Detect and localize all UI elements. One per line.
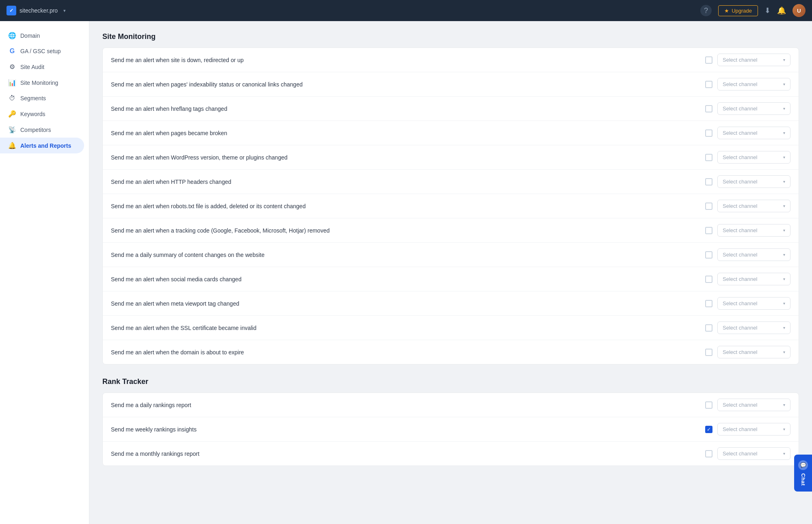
download-icon[interactable]: ⬇ (764, 6, 771, 15)
alert-checkbox-sm12[interactable] (705, 324, 712, 332)
select-channel-text-sm3: Select channel (723, 106, 757, 112)
alert-label-sm6: Send me an alert when HTTP headers chang… (111, 179, 700, 185)
sidebar-item-segments[interactable]: ⏱ Segments (0, 91, 89, 106)
alert-row: Send me an alert when the SSL certificat… (103, 316, 799, 340)
select-channel-sm7[interactable]: Select channel▾ (717, 200, 790, 212)
select-channel-rt1[interactable]: Select channel▾ (717, 399, 790, 411)
alert-label-sm12: Send me an alert when the SSL certificat… (111, 325, 700, 331)
select-channel-sm1[interactable]: Select channel▾ (717, 54, 790, 66)
select-channel-sm11[interactable]: Select channel▾ (717, 297, 790, 310)
select-channel-text-sm5: Select channel (723, 154, 757, 160)
alert-checkbox-sm13[interactable] (705, 349, 712, 356)
select-channel-sm6[interactable]: Select channel▾ (717, 175, 790, 188)
sidebar-item-competitors[interactable]: 📡 Competitors (0, 122, 89, 138)
sidebar-label-site-monitoring: Site Monitoring (20, 80, 58, 86)
alert-checkbox-sm10[interactable] (705, 276, 712, 283)
alerts-reports-icon: 🔔 (8, 142, 16, 149)
topnav: ✓ sitechecker.pro ▾ ? ★ Upgrade ⬇ 🔔 U (0, 0, 812, 21)
alert-checkbox-sm4[interactable] (705, 129, 712, 137)
alert-checkbox-sm2[interactable] (705, 81, 712, 88)
upgrade-label: Upgrade (732, 8, 752, 14)
select-channel-sm9[interactable]: Select channel▾ (717, 248, 790, 261)
upgrade-button[interactable]: ★ Upgrade (718, 5, 758, 16)
alert-checkbox-sm9[interactable] (705, 251, 712, 259)
select-channel-chevron-sm9: ▾ (783, 252, 785, 257)
alert-row: Send me an alert when social media cards… (103, 267, 799, 291)
sidebar-item-alerts-reports[interactable]: 🔔 Alerts and Reports (0, 138, 84, 153)
select-channel-chevron-sm4: ▾ (783, 131, 785, 135)
alert-checkbox-sm1[interactable] (705, 56, 712, 64)
topnav-right: ? ★ Upgrade ⬇ 🔔 U (700, 4, 806, 17)
sidebar-item-ga-gsc[interactable]: G GA / GSC setup (0, 43, 89, 59)
sidebar-item-domain[interactable]: 🌐 Domain (0, 28, 89, 43)
chat-icon: 💬 (798, 460, 808, 470)
select-channel-sm10[interactable]: Select channel▾ (717, 273, 790, 285)
avatar[interactable]: U (793, 4, 806, 17)
select-channel-sm3[interactable]: Select channel▾ (717, 102, 790, 115)
alert-row: Send me an alert when pages' indexabilit… (103, 72, 799, 97)
alert-row: Send me a monthly rankings reportSelect … (103, 442, 799, 466)
alert-checkbox-sm3[interactable] (705, 105, 712, 112)
sidebar-label-site-audit: Site Audit (20, 64, 44, 70)
select-channel-text-sm12: Select channel (723, 325, 757, 331)
select-channel-sm4[interactable]: Select channel▾ (717, 127, 790, 139)
select-channel-sm5[interactable]: Select channel▾ (717, 151, 790, 164)
chat-button[interactable]: 💬 Chat (794, 455, 812, 492)
site-monitoring-section: Site Monitoring Send me an alert when si… (102, 32, 799, 364)
alert-label-sm10: Send me an alert when social media cards… (111, 276, 700, 282)
alert-checkbox-sm6[interactable] (705, 178, 712, 185)
sidebar-label-domain: Domain (20, 32, 40, 39)
sidebar-item-site-audit[interactable]: ⚙ Site Audit (0, 59, 89, 75)
keywords-icon: 🔑 (8, 110, 16, 118)
select-channel-sm8[interactable]: Select channel▾ (717, 224, 790, 237)
sidebar-item-keywords[interactable]: 🔑 Keywords (0, 106, 89, 122)
select-channel-chevron-sm8: ▾ (783, 228, 785, 233)
select-channel-rt3[interactable]: Select channel▾ (717, 447, 790, 460)
sidebar-item-site-monitoring[interactable]: 📊 Site Monitoring (0, 75, 89, 91)
alert-label-sm4: Send me an alert when pages became broke… (111, 130, 700, 136)
select-channel-sm12[interactable]: Select channel▾ (717, 321, 790, 334)
alert-checkbox-rt2[interactable] (705, 426, 712, 433)
alert-row: Send me a daily summary of content chang… (103, 243, 799, 267)
layout: 🌐 Domain G GA / GSC setup ⚙ Site Audit 📊… (0, 21, 812, 524)
sidebar-label-alerts-reports: Alerts and Reports (20, 142, 71, 149)
select-channel-rt2[interactable]: Select channel▾ (717, 423, 790, 436)
alert-label-sm5: Send me an alert when WordPress version,… (111, 154, 700, 161)
select-channel-text-sm9: Select channel (723, 252, 757, 258)
help-icon[interactable]: ? (700, 5, 712, 16)
select-channel-chevron-sm5: ▾ (783, 155, 785, 160)
alert-checkbox-rt1[interactable] (705, 401, 712, 409)
alert-checkbox-sm5[interactable] (705, 154, 712, 161)
alert-checkbox-rt3[interactable] (705, 450, 712, 457)
sidebar-label-competitors: Competitors (20, 127, 51, 133)
alert-row: Send me an alert when site is down, redi… (103, 48, 799, 72)
upgrade-star-icon: ★ (724, 8, 729, 14)
bell-icon[interactable]: 🔔 (777, 6, 786, 15)
alert-row: Send me weekly rankings insightsSelect c… (103, 417, 799, 442)
sidebar: 🌐 Domain G GA / GSC setup ⚙ Site Audit 📊… (0, 21, 89, 524)
select-channel-text-sm1: Select channel (723, 57, 757, 63)
alert-row: Send me an alert when meta viewport tag … (103, 291, 799, 316)
alert-checkbox-sm8[interactable] (705, 227, 712, 234)
alert-label-sm2: Send me an alert when pages' indexabilit… (111, 81, 700, 88)
alert-label-sm13: Send me an alert when the domain is abou… (111, 349, 700, 356)
select-channel-chevron-rt1: ▾ (783, 403, 785, 407)
alert-checkbox-sm7[interactable] (705, 203, 712, 210)
alert-label-sm9: Send me a daily summary of content chang… (111, 252, 700, 258)
main-content: Site Monitoring Send me an alert when si… (89, 21, 812, 524)
select-channel-chevron-sm11: ▾ (783, 301, 785, 306)
topnav-chevron-icon[interactable]: ▾ (63, 8, 66, 13)
select-channel-text-sm13: Select channel (723, 349, 757, 355)
alert-row: Send me a daily rankings reportSelect ch… (103, 393, 799, 417)
select-channel-chevron-sm10: ▾ (783, 277, 785, 281)
select-channel-text-sm10: Select channel (723, 276, 757, 282)
alert-checkbox-sm11[interactable] (705, 300, 712, 307)
rank-tracker-section: Rank Tracker Send me a daily rankings re… (102, 377, 799, 466)
topnav-site-name[interactable]: sitechecker.pro (19, 7, 58, 14)
avatar-label: U (797, 8, 801, 14)
sidebar-label-ga-gsc: GA / GSC setup (20, 48, 61, 54)
chat-label: Chat (800, 473, 806, 486)
select-channel-chevron-sm7: ▾ (783, 204, 785, 208)
select-channel-sm2[interactable]: Select channel▾ (717, 78, 790, 91)
select-channel-sm13[interactable]: Select channel▾ (717, 346, 790, 358)
